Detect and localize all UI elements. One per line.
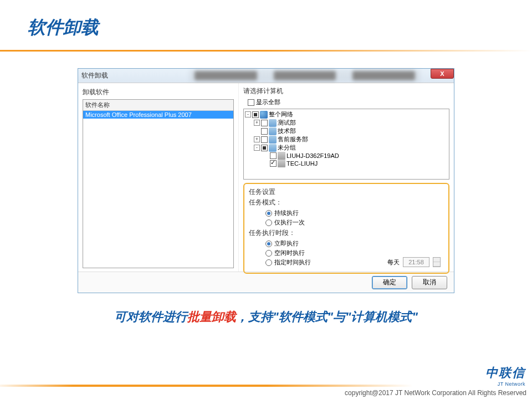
window-title: 软件卸载 [81,71,108,80]
radio-idle[interactable]: 空闲时执行 [249,248,444,258]
radio-icon [265,250,272,257]
expand-icon[interactable]: + [254,136,260,142]
logo: 中联信 JT Network [485,365,532,387]
footer-bar: 中联信 JT Network [0,365,532,387]
software-list[interactable]: 软件名称 Microsoft Office Professional Plus … [83,99,234,268]
group-icon [269,144,277,152]
task-mode-label: 任务模式： [249,198,444,207]
checkbox-icon[interactable] [261,145,268,151]
left-panel: 卸载软件 软件名称 Microsoft Office Professional … [78,83,239,272]
logo-text: 中联信 [485,365,525,381]
caption-prefix: 可对软件进行 [114,310,187,324]
tree-pc[interactable]: TEC-LIUHJ [245,160,448,167]
radio-label: 指定时间执行 [274,258,311,267]
computer-tree[interactable]: - 整个网络 + 测试部 技术部 [243,109,449,180]
radio-label: 仅执行一次 [274,218,305,227]
select-computer-label: 请选择计算机 [243,86,449,96]
pc-icon [278,160,285,167]
blurred-tabs [189,70,421,81]
tree-label: 测试部 [278,119,296,127]
uninstall-software-label: 卸载软件 [83,88,234,97]
checkbox-icon[interactable] [261,128,268,135]
checkbox-icon[interactable] [270,160,277,167]
radio-immediate[interactable]: 立即执行 [249,239,444,248]
task-period-label: 任务执行时段： [249,228,444,238]
cancel-button[interactable]: 取消 [412,276,447,289]
caption-suffix: ，支持"软件模式"与"计算机模式" [236,310,418,324]
task-settings-box: 任务设置 任务模式： 持续执行 仅执行一次 任务执行时段： 立即执行 空闲 [243,183,449,274]
logo-subtext: JT Network [485,381,525,387]
dialog-window: 软件卸载 X 卸载软件 软件名称 Microsoft Office Profes… [78,68,454,293]
radio-icon [265,219,272,226]
group-icon [269,119,277,127]
spacer [263,161,269,167]
ok-button[interactable]: 确定 [372,276,407,289]
task-settings-title: 任务设置 [249,187,444,197]
show-all-label: 显示全部 [256,98,280,106]
network-icon [260,111,268,119]
right-panel: 请选择计算机 显示全部 - 整个网络 + [239,83,454,272]
pc-icon [278,152,285,160]
tree-group[interactable]: 技术部 [245,127,448,135]
tree-label: 售前服务部 [278,135,308,144]
checkbox-icon[interactable] [270,152,277,159]
window-titlebar[interactable]: 软件卸载 X [78,69,454,83]
tree-label: TEC-LIUHJ [287,160,318,167]
slide-caption: 可对软件进行批量卸载，支持"软件模式"与"计算机模式" [0,309,532,325]
radio-icon [265,210,272,217]
show-all-checkbox[interactable]: 显示全部 [248,98,449,106]
radio-label: 空闲时执行 [274,249,305,257]
tree-pc[interactable]: LIUHJ-D362F19AD [245,152,448,160]
spacer [254,128,260,134]
group-icon [269,127,277,135]
collapse-icon[interactable]: - [245,111,251,117]
collapse-icon[interactable]: - [254,145,260,151]
list-header-name[interactable]: 软件名称 [83,100,233,111]
checkbox-icon[interactable] [261,136,268,143]
close-icon[interactable]: X [431,69,454,79]
checkbox-icon[interactable] [261,120,268,126]
tree-label: LIUHJ-D362F19AD [287,152,339,159]
expand-icon[interactable]: + [254,120,260,126]
radio-icon [265,241,272,247]
radio-label: 持续执行 [274,209,299,217]
caption-emphasis: 批量卸载 [187,310,236,324]
tree-group[interactable]: + 售前服务部 [245,135,448,144]
tree-label: 技术部 [278,127,296,135]
group-icon [269,136,277,144]
daily-label: 每天 [387,258,400,267]
dialog-footer: 确定 取消 [78,272,454,293]
time-input[interactable] [403,257,429,267]
title-divider [0,50,532,52]
list-item[interactable]: Microsoft Office Professional Plus 2007 [83,111,233,119]
radio-label: 立即执行 [274,239,299,248]
copyright: copyright@2017 JT NetWork Corporation Al… [345,389,526,397]
tree-group[interactable]: - 未分组 [245,144,448,152]
tree-root[interactable]: - 整个网络 [245,110,448,119]
footer-divider [0,385,485,387]
radio-continuous[interactable]: 持续执行 [249,208,444,218]
checkbox-icon [248,99,254,106]
time-spinner[interactable] [433,257,441,267]
tree-label: 整个网络 [269,110,293,119]
tree-group[interactable]: + 测试部 [245,119,448,127]
slide-title: 软件卸载 [0,0,532,45]
spacer [263,153,269,159]
checkbox-icon[interactable] [252,111,259,118]
radio-icon [265,259,272,266]
radio-once[interactable]: 仅执行一次 [249,218,444,227]
tree-label: 未分组 [278,144,296,152]
